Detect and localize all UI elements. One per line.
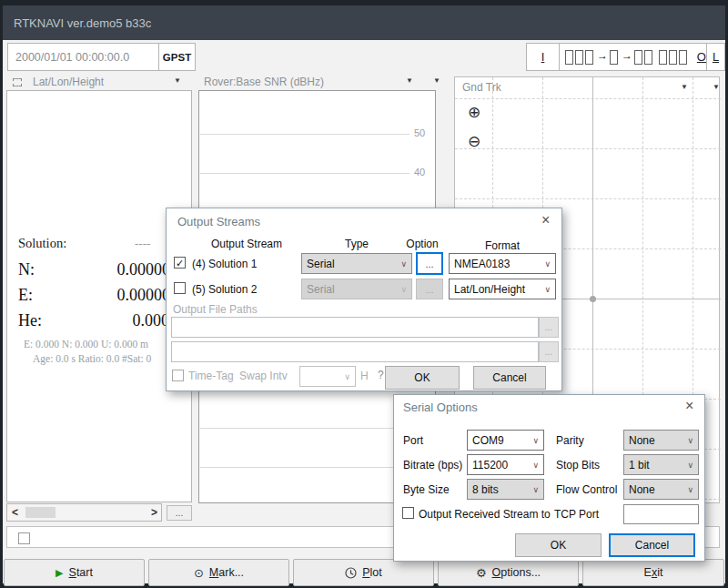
solution1-format-select[interactable]: NMEA0183 ∨: [449, 253, 556, 274]
chevron-down-icon: ∨: [400, 285, 407, 294]
arrow-icon: →: [622, 49, 632, 62]
solution-panel: Solution: ---- N: 0.00000000 E: 0.000000…: [6, 90, 192, 502]
solution1-checkbox[interactable]: ✓: [174, 257, 186, 269]
start-button[interactable]: ▶ Start: [4, 559, 145, 586]
output-stream-indicator: [634, 50, 642, 65]
output-stream-label[interactable]: O: [697, 50, 706, 64]
window-title: RTKNAVI ver.demo5 b33c: [14, 16, 151, 30]
zoom-in-icon[interactable]: ⊕: [468, 103, 480, 122]
bitrate-select[interactable]: 115200 ∨: [467, 454, 544, 475]
coord-label-e: E:: [18, 286, 33, 305]
plot-icon: [345, 567, 357, 579]
snr-gridline: [200, 467, 410, 468]
bytesize-select[interactable]: 8 bits ∨: [467, 479, 544, 500]
scroll-left-icon[interactable]: <: [12, 506, 18, 519]
scroll-right-icon[interactable]: >: [151, 506, 157, 519]
play-icon: ▶: [56, 567, 63, 579]
snr-panel-title: Rover:Base SNR (dBHz): [204, 76, 324, 88]
close-icon[interactable]: ×: [685, 400, 693, 412]
flow-control-value: None: [629, 483, 655, 496]
file-path-browse-1: ...: [539, 317, 559, 338]
scrollbar-thumb[interactable]: [25, 507, 56, 518]
mark-icon: ⊙: [194, 566, 204, 580]
cancel-label: Cancel: [492, 371, 526, 384]
solution-status: ----: [135, 237, 150, 251]
output-cancel-button[interactable]: Cancel: [473, 366, 546, 390]
plot-button[interactable]: Plot: [293, 559, 434, 586]
snr-ytick: 40: [414, 167, 425, 177]
chevron-down-icon: ∨: [532, 461, 539, 470]
output-streams-dialog: Output Streams × Output Stream Type Opti…: [166, 208, 562, 391]
tcp-port-input[interactable]: [623, 504, 699, 524]
start-label: Start: [69, 566, 93, 579]
file-path-input-2[interactable]: [171, 341, 539, 362]
chevron-down-icon[interactable]: ▼: [681, 83, 688, 91]
solution2-type-value: Serial: [307, 283, 335, 296]
solution2-type-select: Serial ∨: [301, 279, 412, 299]
flow-control-label: Flow Control: [556, 483, 617, 496]
chevron-down-icon: ∨: [687, 436, 693, 445]
chevron-down-icon[interactable]: ▼: [433, 76, 440, 85]
chevron-down-icon[interactable]: ▼: [406, 76, 413, 85]
coord-label-he: He:: [18, 311, 42, 330]
title-bar[interactable]: RTKNAVI ver.demo5 b33c: [3, 5, 725, 40]
panel-more-label: ...: [176, 508, 183, 518]
dialog-title: Output Streams: [177, 215, 260, 228]
file-paths-label: Output File Paths: [173, 303, 258, 316]
input-stream-button[interactable]: I: [526, 43, 560, 71]
mark-button[interactable]: ⊙ Mark...: [148, 559, 289, 586]
exit-button[interactable]: Exit: [582, 559, 724, 586]
serial-cancel-button[interactable]: Cancel: [609, 533, 695, 557]
panel-mode-icon[interactable]: [13, 78, 22, 86]
options-button[interactable]: ⚙ Options...: [438, 559, 579, 586]
chevron-down-icon: ∨: [544, 285, 551, 294]
chevron-down-icon[interactable]: ▼: [174, 76, 181, 85]
input-stream-label: I: [541, 50, 545, 64]
tcp-output-checkbox[interactable]: [402, 507, 414, 519]
chevron-down-icon: ∨: [400, 259, 407, 269]
solution-indicator: [610, 50, 618, 65]
help-icon[interactable]: ?: [378, 369, 384, 381]
log-stream-indicator: [669, 50, 677, 65]
parity-select[interactable]: None ∨: [623, 430, 699, 451]
column-header-stream: Output Stream: [190, 238, 303, 250]
cancel-label: Cancel: [635, 539, 669, 552]
output-ok-button[interactable]: OK: [385, 366, 460, 390]
solution-scrollbar[interactable]: < >: [6, 503, 162, 522]
panel-more-button[interactable]: ...: [167, 505, 192, 521]
check-icon: ✓: [176, 258, 184, 269]
input-stream-indicator: [575, 50, 583, 65]
chevron-down-icon[interactable]: ▼: [713, 83, 720, 91]
serial-ok-button[interactable]: OK: [515, 533, 602, 557]
solution-panel-title: Lat/Lon/Height: [33, 76, 104, 88]
browse-label: ...: [545, 322, 552, 332]
snr-gridline: [200, 173, 410, 174]
time-tag-checkbox[interactable]: [172, 370, 184, 381]
solution1-option-button[interactable]: ...: [416, 252, 443, 275]
solution2-checkbox[interactable]: [174, 282, 186, 294]
file-path-input-1[interactable]: [171, 317, 539, 338]
solution1-option-label: ...: [425, 259, 433, 269]
stopbits-label: Stop Bits: [556, 459, 600, 471]
log-stream-button[interactable]: L: [706, 43, 725, 71]
solution2-option-button: ...: [416, 279, 443, 299]
solution2-label: (5) Solution 2: [192, 283, 257, 296]
chevron-down-icon: ∨: [544, 259, 551, 269]
solution2-format-select[interactable]: Lat/Lon/Height ∨: [449, 279, 556, 299]
stopbits-select[interactable]: 1 bit ∨: [623, 454, 699, 475]
time-system-button[interactable]: GPST: [158, 43, 196, 71]
parity-value: None: [629, 434, 655, 447]
coord-label-n: N:: [18, 260, 35, 279]
solution1-type-select[interactable]: Serial ∨: [301, 253, 412, 274]
port-value: COM9: [472, 434, 504, 447]
zoom-out-icon[interactable]: ⊖: [468, 132, 480, 151]
solution1-format-value: NMEA0183: [454, 258, 510, 270]
stream-monitor-panel[interactable]: → → O: [559, 43, 707, 71]
chevron-down-icon: ∨: [687, 485, 693, 494]
close-icon[interactable]: ×: [541, 214, 550, 227]
plot-label: Plot: [362, 566, 382, 579]
column-header-type: Type: [301, 238, 412, 250]
arrow-icon: →: [597, 49, 608, 62]
flow-control-select[interactable]: None ∨: [623, 479, 699, 500]
port-select[interactable]: COM9 ∨: [467, 430, 544, 451]
